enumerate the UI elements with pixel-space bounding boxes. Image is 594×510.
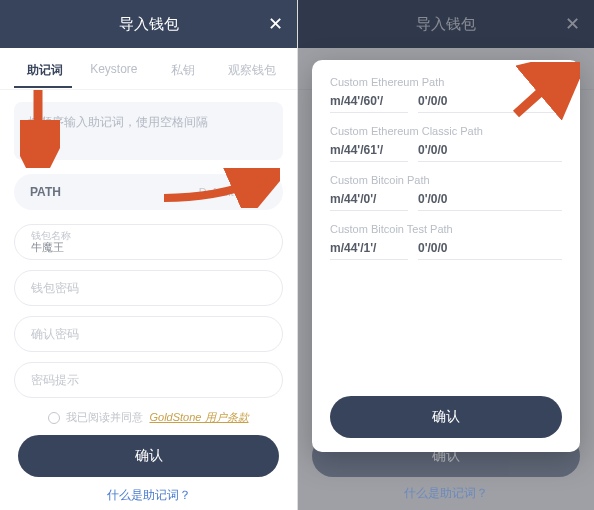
- path-btc-prefix[interactable]: m/44'/0'/: [330, 192, 408, 211]
- path-title-etc: Custom Ethereum Classic Path: [330, 125, 562, 137]
- path-group-etc: Custom Ethereum Classic Path m/44'/61'/ …: [330, 125, 562, 162]
- terms-row: 我已阅读并同意 GoldStone 用户条款: [14, 410, 283, 425]
- password-hint-placeholder: 密码提示: [31, 372, 266, 389]
- confirm-password-placeholder: 确认密码: [31, 326, 266, 343]
- tab-underline: [14, 86, 72, 88]
- path-modal: Custom Ethereum Path m/44'/60'/ 0'/0/0 C…: [312, 60, 580, 452]
- phone-right: 导入钱包 ✕ 助记词 Keystore 私钥 观察钱包 确认 什么是助记词？ C…: [297, 0, 594, 510]
- path-btctest-suffix[interactable]: 0'/0/0: [418, 241, 562, 260]
- wallet-name-label: 钱包名称: [31, 230, 266, 241]
- path-title-eth: Custom Ethereum Path: [330, 76, 562, 88]
- password-hint-field[interactable]: 密码提示: [14, 362, 283, 398]
- path-eth-prefix[interactable]: m/44'/60'/: [330, 94, 408, 113]
- wallet-name-value: 牛魔王: [31, 241, 266, 253]
- terms-prefix: 我已阅读并同意: [66, 410, 143, 425]
- path-title-btc: Custom Bitcoin Path: [330, 174, 562, 186]
- phone-left: 导入钱包 ✕ 助记词 Keystore 私钥 观察钱包 按顺序输入助记词，使用空…: [0, 0, 297, 510]
- close-icon[interactable]: ✕: [268, 13, 283, 35]
- help-link-text: 什么是助记词？: [107, 488, 191, 502]
- path-title-btctest: Custom Bitcoin Test Path: [330, 223, 562, 235]
- path-group-eth: Custom Ethereum Path m/44'/60'/ 0'/0/0: [330, 76, 562, 113]
- path-row[interactable]: PATH Default Path ›: [14, 174, 283, 210]
- mnemonic-placeholder: 按顺序输入助记词，使用空格间隔: [28, 115, 208, 129]
- path-btctest-prefix[interactable]: m/44'/1'/: [330, 241, 408, 260]
- terms-checkbox[interactable]: [48, 412, 60, 424]
- header-title: 导入钱包: [119, 15, 179, 34]
- mnemonic-input[interactable]: 按顺序输入助记词，使用空格间隔: [14, 102, 283, 160]
- modal-confirm-label: 确认: [432, 408, 460, 426]
- path-value: Default Path ›: [199, 186, 267, 198]
- bg-help-text: 什么是助记词？: [404, 486, 488, 500]
- tab-keystore[interactable]: Keystore: [81, 48, 146, 89]
- terms-link[interactable]: GoldStone 用户条款: [149, 410, 248, 425]
- path-etc-suffix[interactable]: 0'/0/0: [418, 143, 562, 162]
- bg-help-link: 什么是助记词？: [312, 485, 580, 502]
- path-group-btctest: Custom Bitcoin Test Path m/44'/1'/ 0'/0/…: [330, 223, 562, 260]
- confirm-button[interactable]: 确认: [18, 435, 279, 477]
- path-btc-suffix[interactable]: 0'/0/0: [418, 192, 562, 211]
- confirm-password-field[interactable]: 确认密码: [14, 316, 283, 352]
- path-eth-suffix[interactable]: 0'/0/0: [418, 94, 562, 113]
- wallet-password-placeholder: 钱包密码: [31, 280, 266, 297]
- path-group-btc: Custom Bitcoin Path m/44'/0'/ 0'/0/0: [330, 174, 562, 211]
- path-label: PATH: [30, 185, 61, 199]
- path-etc-prefix[interactable]: m/44'/61'/: [330, 143, 408, 162]
- wallet-name-field[interactable]: 钱包名称 牛魔王: [14, 224, 283, 260]
- confirm-button-label: 确认: [135, 447, 163, 465]
- chevron-right-icon: ›: [263, 186, 267, 198]
- help-link[interactable]: 什么是助记词？: [14, 487, 283, 510]
- path-value-text: Default Path: [199, 186, 260, 198]
- header: 导入钱包 ✕: [0, 0, 297, 48]
- tab-watch[interactable]: 观察钱包: [220, 48, 285, 89]
- modal-confirm-button[interactable]: 确认: [330, 396, 562, 438]
- wallet-password-field[interactable]: 钱包密码: [14, 270, 283, 306]
- tab-mnemonic[interactable]: 助记词: [12, 48, 77, 89]
- content-left: 按顺序输入助记词，使用空格间隔 PATH Default Path › 钱包名称…: [0, 90, 297, 510]
- tab-privatekey[interactable]: 私钥: [151, 48, 216, 89]
- tabs: 助记词 Keystore 私钥 观察钱包: [0, 48, 297, 90]
